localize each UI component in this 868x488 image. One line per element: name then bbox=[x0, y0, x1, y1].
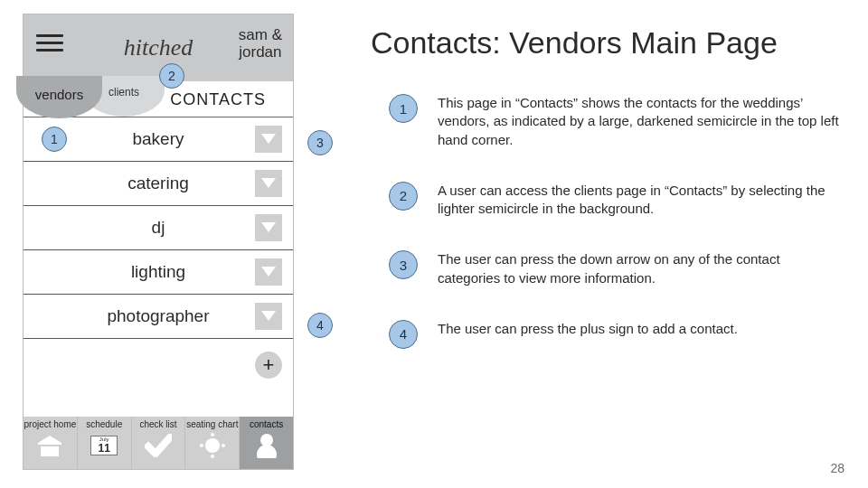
explainer-item: 2 A user can access the clients page in … bbox=[389, 182, 841, 219]
svg-point-8 bbox=[211, 433, 214, 436]
svg-point-10 bbox=[200, 444, 203, 447]
seating-icon bbox=[197, 432, 228, 459]
explainer-number: 4 bbox=[389, 320, 418, 349]
phone-mockup: hitched sam & jordan clients vendors CON… bbox=[23, 14, 294, 470]
account-name[interactable]: sam & jordan bbox=[239, 27, 282, 61]
contacts-subheader: clients vendors CONTACTS bbox=[24, 81, 293, 117]
list-item: catering bbox=[24, 162, 293, 206]
page-number: 28 bbox=[830, 461, 844, 475]
chevron-down-icon bbox=[261, 267, 276, 277]
explainer-text: The user can press the plus sign to add … bbox=[438, 320, 738, 338]
tab-checklist[interactable]: check list bbox=[132, 417, 186, 469]
explainer-item: 4 The user can press the plus sign to ad… bbox=[389, 320, 841, 349]
contact-label: catering bbox=[127, 174, 189, 193]
explainer-item: 1 This page in “Contacts” shows the cont… bbox=[389, 94, 841, 149]
tab-label: check list bbox=[139, 419, 176, 429]
expand-button[interactable] bbox=[255, 214, 282, 241]
svg-marker-4 bbox=[261, 311, 276, 321]
svg-marker-0 bbox=[261, 134, 276, 144]
expand-button[interactable] bbox=[255, 170, 282, 197]
svg-point-12 bbox=[260, 434, 273, 446]
explainer-item: 3 The user can press the down arrow on a… bbox=[389, 250, 841, 287]
add-contact-button[interactable]: + bbox=[255, 352, 282, 379]
explainer-list: 1 This page in “Contacts” shows the cont… bbox=[389, 94, 841, 349]
home-icon bbox=[34, 432, 65, 459]
plus-icon: + bbox=[263, 355, 275, 375]
chevron-down-icon bbox=[261, 222, 276, 233]
svg-point-9 bbox=[211, 455, 214, 458]
tab-contacts[interactable]: contacts bbox=[240, 417, 293, 469]
tab-clients-label: clients bbox=[108, 86, 139, 99]
expand-button[interactable] bbox=[255, 303, 282, 330]
svg-marker-3 bbox=[261, 267, 276, 277]
bottom-tabbar: project home schedule July 11 check list… bbox=[24, 417, 293, 469]
callout-marker-1: 1 bbox=[42, 127, 67, 152]
svg-marker-5 bbox=[38, 436, 61, 445]
svg-rect-6 bbox=[41, 446, 59, 456]
callout-marker-3: 3 bbox=[307, 130, 333, 155]
contact-label: photographer bbox=[107, 306, 209, 326]
couple-line2: jordan bbox=[239, 44, 282, 61]
calendar-day: 11 bbox=[91, 442, 117, 455]
explainer-text: This page in “Contacts” shows the contac… bbox=[438, 94, 841, 149]
add-row: + bbox=[24, 339, 293, 389]
couple-line1: sam & bbox=[239, 27, 282, 44]
tab-seating-chart[interactable]: seating chart bbox=[185, 417, 240, 469]
contact-label: bakery bbox=[132, 129, 184, 149]
chevron-down-icon bbox=[261, 311, 276, 322]
tab-project-home[interactable]: project home bbox=[24, 417, 78, 469]
contact-label: lighting bbox=[131, 262, 185, 282]
svg-point-13 bbox=[257, 445, 277, 458]
explainer-number: 2 bbox=[389, 182, 418, 211]
explainer-number: 1 bbox=[389, 94, 418, 123]
tab-vendors[interactable]: vendors bbox=[16, 76, 102, 118]
list-item: lighting bbox=[24, 250, 293, 295]
tab-label: contacts bbox=[250, 419, 283, 429]
callout-marker-4: 4 bbox=[307, 313, 333, 338]
list-item: photographer bbox=[24, 295, 293, 339]
tab-label: schedule bbox=[86, 419, 122, 429]
contact-list: bakery catering dj lighting photographer bbox=[24, 117, 293, 389]
tab-label: seating chart bbox=[186, 419, 238, 429]
svg-marker-2 bbox=[261, 222, 276, 232]
calendar-icon: July 11 bbox=[89, 432, 119, 459]
explainer-text: A user can access the clients page in “C… bbox=[438, 182, 841, 219]
section-title: CONTACTS bbox=[170, 90, 266, 109]
tab-vendors-label: vendors bbox=[35, 87, 83, 102]
contact-label: dj bbox=[152, 218, 165, 238]
explainer-number: 3 bbox=[389, 250, 418, 279]
tab-schedule[interactable]: schedule July 11 bbox=[78, 417, 132, 469]
expand-button[interactable] bbox=[255, 258, 282, 286]
explainer-text: The user can press the down arrow on any… bbox=[438, 250, 841, 287]
page-title: Contacts: Vendors Main Page bbox=[371, 25, 778, 61]
person-icon bbox=[251, 432, 282, 459]
expand-button[interactable] bbox=[255, 126, 282, 153]
phone-header: hitched sam & jordan bbox=[24, 14, 293, 81]
svg-point-7 bbox=[205, 438, 220, 453]
tab-label: project home bbox=[24, 419, 76, 429]
check-icon bbox=[143, 432, 174, 459]
list-item: dj bbox=[24, 206, 293, 250]
chevron-down-icon bbox=[261, 134, 276, 145]
chevron-down-icon bbox=[261, 178, 276, 189]
svg-marker-1 bbox=[261, 178, 276, 188]
svg-point-11 bbox=[222, 444, 225, 447]
callout-marker-2: 2 bbox=[159, 63, 184, 89]
